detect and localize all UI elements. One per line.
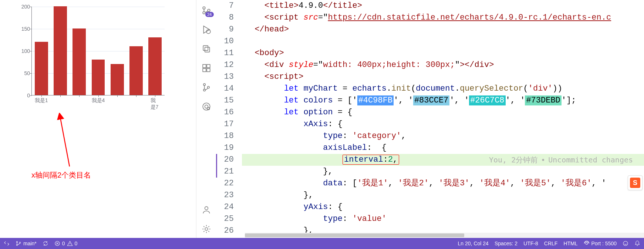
code-line[interactable]: axisLabel: { [242, 142, 644, 154]
editor-pane[interactable]: 789101112131415161718192021222324252627 … [216, 0, 644, 238]
code-line[interactable]: <script> [242, 71, 644, 83]
svg-point-19 [16, 241, 17, 242]
line-number: 23 [216, 189, 234, 201]
copy-icon[interactable] [196, 40, 216, 58]
code-line[interactable]: let myChart = echarts.init(document.quer… [242, 83, 644, 95]
code-line[interactable]: }, [242, 166, 644, 178]
gitlens-hint: You, 2分钟前•Uncommitted changes [489, 154, 633, 166]
bar [35, 42, 48, 95]
line-number: 20 [216, 154, 234, 166]
svg-rect-7 [203, 64, 206, 68]
code-line[interactable]: type: 'category', [242, 130, 644, 142]
y-tick-label: 50 [18, 70, 30, 76]
extensions-icon[interactable] [196, 59, 216, 77]
code-line[interactable]: <title>4.9.0</title> [242, 0, 644, 12]
y-tick-label: 0 [18, 92, 30, 98]
x-tick-label: 我是4 [92, 95, 105, 104]
live-server-status[interactable]: Port : 5500 [584, 240, 617, 246]
bar [73, 28, 86, 95]
account-icon[interactable] [196, 201, 216, 219]
branch-status[interactable]: main* [16, 240, 37, 246]
x-tick-label: 我是7 [151, 95, 160, 111]
svg-point-2 [203, 11, 205, 14]
code-line[interactable]: yAxis: { [242, 201, 644, 213]
code-line[interactable]: type: 'value' [242, 213, 644, 225]
debug-icon[interactable] [196, 21, 216, 38]
code-line[interactable]: <script src="https://cdn.staticfile.net/… [242, 12, 644, 24]
feedback-icon[interactable] [623, 240, 628, 246]
svg-point-24 [623, 241, 628, 246]
status-bar: main* 0 0 Ln 20, Col 24 Spaces: 2 UTF-8 … [0, 238, 644, 249]
code-line[interactable]: <div style="width: 400px;height: 300px;"… [242, 59, 644, 71]
bell-icon[interactable] [634, 240, 640, 246]
code-line[interactable]: interval:2,You, 2分钟前•Uncommitted changes [242, 154, 644, 166]
branch-icon[interactable] [196, 78, 216, 96]
line-number: 19 [216, 142, 234, 154]
code-line[interactable]: }, [242, 189, 644, 201]
scm-icon[interactable]: 24 [196, 1, 216, 19]
svg-rect-9 [203, 68, 206, 72]
language-mode[interactable]: HTML [563, 240, 577, 246]
line-number: 15 [216, 95, 234, 107]
annotation-text: x轴间隔2个类目名 [31, 170, 91, 180]
target-icon[interactable] [196, 98, 216, 115]
line-number: 10 [216, 36, 234, 47]
code-line[interactable]: let option = { [242, 107, 644, 118]
line-number: 17 [216, 118, 234, 130]
vscode-window: 24 7891011121314151617181920212223242526… [196, 0, 644, 238]
sogou-logo-icon: S [630, 178, 640, 188]
line-number: 9 [216, 24, 234, 36]
chart-panel: 050100150200我是1我是4我是7 x轴间隔2个类目名 [0, 0, 196, 238]
svg-line-0 [60, 116, 70, 166]
scm-badge: 24 [205, 12, 213, 17]
problems-status[interactable]: 0 0 [54, 240, 78, 246]
bar [148, 37, 162, 95]
x-tick-label: 我是1 [35, 95, 48, 104]
svg-point-12 [203, 89, 205, 91]
annotation-arrow [55, 113, 81, 168]
bar-chart: 050100150200我是1我是4我是7 [17, 7, 176, 110]
svg-point-20 [16, 244, 17, 245]
horizontal-scrollbar[interactable] [245, 233, 644, 238]
svg-point-18 [205, 228, 208, 231]
line-number: 18 [216, 130, 234, 142]
indent-status[interactable]: Spaces: 2 [495, 240, 517, 246]
main-area: 050100150200我是1我是4我是7 x轴间隔2个类目名 24 [0, 0, 644, 238]
scrollbar-thumb[interactable] [245, 233, 464, 237]
code-line[interactable]: <body> [242, 47, 644, 59]
line-number: 7 [216, 0, 234, 12]
code-line[interactable] [242, 36, 644, 47]
cursor-position[interactable]: Ln 20, Col 24 [458, 240, 489, 246]
bar [111, 64, 124, 95]
sync-button[interactable] [43, 240, 48, 246]
code-line[interactable]: xAxis: { [242, 118, 644, 130]
svg-point-17 [205, 206, 208, 210]
bar [54, 6, 67, 95]
svg-point-23 [586, 242, 587, 244]
activity-bar: 24 [196, 0, 216, 238]
ime-indicator[interactable]: S [628, 175, 643, 190]
line-number: 12 [216, 59, 234, 71]
code-area[interactable]: <title>4.9.0</title> <script src="https:… [242, 0, 644, 238]
svg-rect-10 [207, 68, 210, 72]
bar [129, 46, 143, 95]
svg-point-11 [203, 84, 205, 85]
encoding-status[interactable]: UTF-8 [523, 240, 538, 246]
remote-button[interactable] [4, 240, 10, 246]
y-tick-label: 200 [18, 4, 30, 10]
svg-rect-5 [205, 47, 209, 52]
code-line[interactable]: let colors = ['#4C98FB', '#83CCE7', '#26… [242, 95, 644, 107]
line-number: 27 [216, 237, 234, 238]
code-line[interactable]: </head> [242, 24, 644, 36]
line-number: 16 [216, 107, 234, 118]
line-number: 25 [216, 213, 234, 225]
plot-area: 050100150200我是1我是4我是7 [31, 7, 165, 95]
line-number: 13 [216, 71, 234, 83]
gear-icon[interactable] [196, 220, 216, 238]
svg-rect-8 [207, 64, 210, 68]
eol-status[interactable]: CRLF [544, 240, 558, 246]
svg-point-1 [203, 7, 205, 9]
line-number: 14 [216, 83, 234, 95]
code-line[interactable]: data: ['我是1', '我是2', '我是3', '我是4', '我是5'… [242, 178, 644, 189]
line-gutter: 789101112131415161718192021222324252627 [216, 0, 242, 238]
